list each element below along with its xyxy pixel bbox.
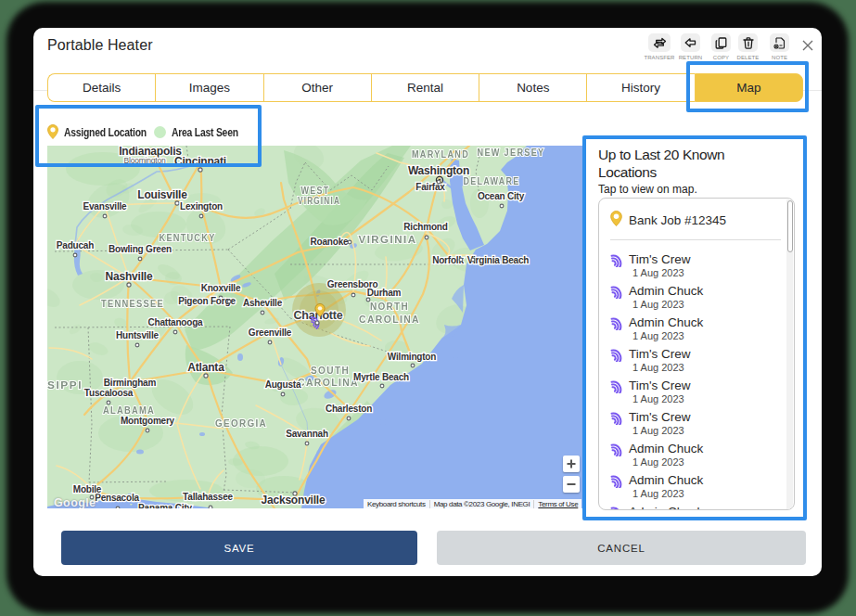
svg-text:Wilmington: Wilmington (388, 352, 436, 362)
svg-text:Charleston: Charleston (326, 404, 372, 414)
svg-text:Montgomery: Montgomery (121, 416, 175, 426)
svg-text:Louisville: Louisville (137, 188, 187, 201)
svg-text:Ocean City: Ocean City (478, 191, 525, 201)
svg-text:Pensacola: Pensacola (95, 493, 139, 503)
svg-text:Knoxville: Knoxville (201, 283, 241, 293)
svg-text:Lexington: Lexington (180, 201, 223, 212)
svg-text:ALABAMA: ALABAMA (103, 404, 155, 416)
svg-text:VIRGINIA: VIRGINIA (298, 195, 340, 206)
svg-text:Durham: Durham (367, 288, 402, 298)
svg-text:Savannah: Savannah (286, 429, 328, 439)
svg-text:Myrtle Beach: Myrtle Beach (353, 372, 409, 382)
svg-text:Jacksonville: Jacksonville (262, 494, 326, 507)
svg-text:Greenville: Greenville (249, 327, 292, 338)
svg-text:Panama City: Panama City (138, 503, 192, 508)
svg-text:Virginia Beach: Virginia Beach (467, 255, 530, 265)
svg-text:Tallahassee: Tallahassee (183, 492, 233, 502)
svg-text:Birmingham: Birmingham (104, 378, 157, 388)
svg-text:Fairfax: Fairfax (415, 182, 445, 192)
svg-text:Mobile: Mobile (73, 484, 102, 494)
svg-text:SIPPI: SIPPI (47, 379, 83, 391)
svg-text:Tuscaloosa: Tuscaloosa (84, 388, 134, 398)
svg-text:Bowling Green: Bowling Green (109, 244, 172, 254)
svg-text:Washington: Washington (408, 164, 469, 177)
svg-text:Nashville: Nashville (106, 270, 153, 283)
svg-text:MARYLAND: MARYLAND (412, 148, 469, 160)
svg-text:TENNESSEE: TENNESSEE (101, 298, 164, 309)
svg-text:Augusta: Augusta (265, 379, 301, 390)
svg-text:Richmond: Richmond (403, 222, 447, 232)
svg-text:Roanoke: Roanoke (311, 237, 349, 247)
svg-text:Atlanta: Atlanta (187, 361, 224, 374)
svg-text:Evansville: Evansville (83, 201, 128, 212)
svg-text:VIRGINIA: VIRGINIA (359, 234, 417, 245)
svg-text:GEORGIA: GEORGIA (215, 417, 267, 429)
svg-text:NORTH: NORTH (370, 301, 409, 312)
svg-text:DELAWARE: DELAWARE (464, 175, 520, 186)
svg-text:NEW JERSEY: NEW JERSEY (478, 147, 545, 158)
svg-text:Asheville: Asheville (243, 298, 283, 308)
svg-text:KENTUCKY: KENTUCKY (160, 232, 216, 243)
svg-text:CAROLINA: CAROLINA (298, 377, 359, 388)
svg-text:Chattanooga: Chattanooga (148, 317, 204, 327)
svg-text:Paducah: Paducah (57, 240, 94, 250)
svg-text:Huntsville: Huntsville (116, 330, 159, 340)
svg-text:SOUTH: SOUTH (311, 365, 350, 376)
svg-text:CAROLINA: CAROLINA (359, 314, 420, 325)
